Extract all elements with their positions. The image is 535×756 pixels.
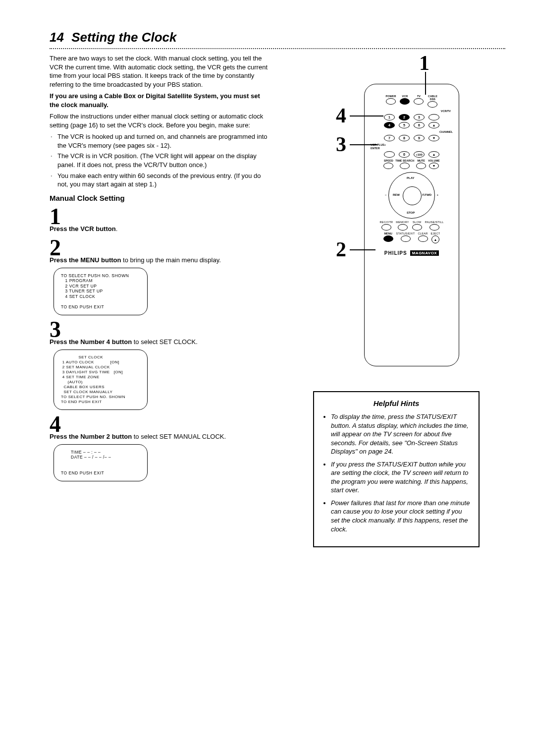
brand-row: PHILIPS MAGNAVOX — [370, 250, 454, 256]
step-4-text: Press the Number 2 button to select SET … — [50, 432, 268, 441]
page-title: 14 Setting the Clock — [50, 30, 505, 45]
page-number: 14 — [50, 30, 64, 45]
list-item: You make each entry within 60 seconds of… — [50, 172, 268, 189]
step-number-1: 1 — [50, 206, 268, 227]
screen-menu-main: TO SELECT PUSH NO. SHOWN 1 PROGRAM 2 VCR… — [54, 268, 148, 315]
step-number-2: 2 — [50, 237, 268, 258]
list-item: The VCR is hooked up and turned on, and … — [50, 132, 268, 150]
screen-menu-setclock: SET CLOCK 1 AUTO CLOCK [ON] 2 SET MANUAL… — [54, 349, 148, 410]
callout-2: 2 — [336, 237, 346, 261]
callout-3: 3 — [336, 132, 346, 156]
step-number-4: 4 — [50, 414, 268, 434]
list-item: The VCR is in VCR position. (The VCR lig… — [50, 152, 268, 169]
intro-paragraph: There are two ways to set the clock. Wit… — [50, 54, 268, 89]
divider — [50, 48, 505, 49]
remote-diagram: 1 4 3 2 POWER VCR TV CABLE DSS VCR/TV 1 … — [317, 54, 476, 371]
nav-ring: PLAY STOP REW F.FWD – + — [388, 172, 435, 219]
callout-4: 4 — [336, 104, 346, 127]
step-2-text: Press the MENU button to bring up the ma… — [50, 256, 268, 265]
step-1-text: Press the VCR button. — [50, 225, 268, 233]
hints-title: Helpful Hints — [322, 399, 471, 407]
warning-paragraph: If you are using a Cable Box or Digital … — [50, 92, 268, 109]
callout-1: 1 — [419, 51, 429, 75]
screen-menu-manual: TIME – – : – – DATE – – / – – /– – TO EN… — [54, 444, 148, 481]
section-heading: Manual Clock Setting — [50, 194, 268, 202]
remote-body: POWER VCR TV CABLE DSS VCR/TV 1 2 3 4 5 … — [364, 84, 459, 366]
step-number-3: 3 — [50, 319, 268, 340]
helpful-hints-box: Helpful Hints To display the time, press… — [313, 391, 480, 547]
step-3-text: Press the Number 4 button to select SET … — [50, 338, 268, 347]
prerequisite-list: The VCR is hooked up and turned on, and … — [50, 132, 268, 188]
follow-paragraph: Follow the instructions under either man… — [50, 112, 268, 129]
hint-item: To display the time, press the STATUS/EX… — [331, 412, 471, 456]
hint-item: If you press the STATUS/EXIT button whil… — [331, 460, 471, 495]
hint-item: Power failures that last for more than o… — [331, 499, 471, 533]
page-heading: Setting the Clock — [71, 30, 176, 45]
